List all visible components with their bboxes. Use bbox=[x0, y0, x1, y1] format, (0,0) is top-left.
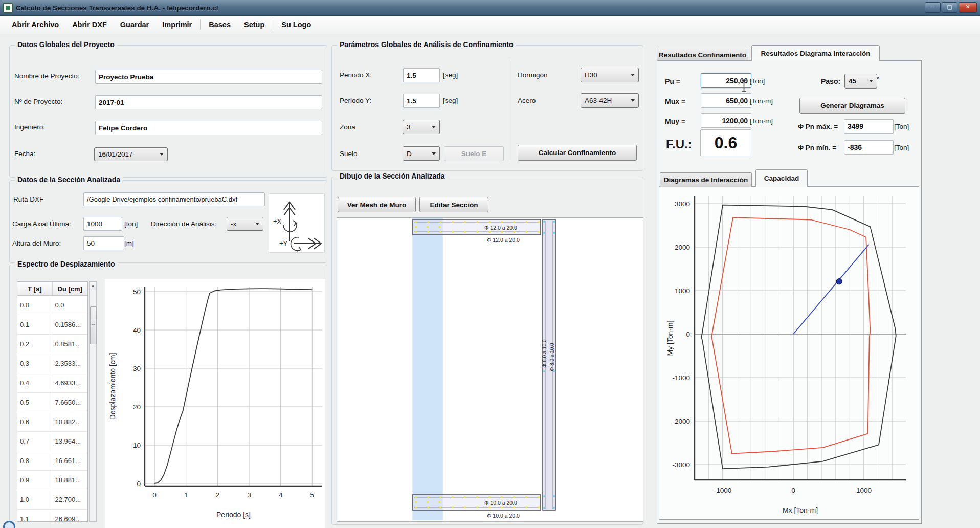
fecha-combobox[interactable]: 16/01/2017 bbox=[94, 147, 168, 161]
menu-abrir-archivo[interactable]: Abrir Archivo bbox=[5, 20, 65, 29]
table-cell: 1.0 bbox=[17, 490, 52, 509]
table-cell: 0.1 bbox=[17, 315, 52, 334]
editar-seccion-button[interactable]: Editar Sección bbox=[419, 197, 488, 212]
table-cell: 4.6933... bbox=[52, 373, 87, 392]
column-header[interactable]: Du [cm] bbox=[53, 282, 88, 295]
table-row[interactable]: 0.816.661... bbox=[17, 451, 87, 471]
direccion-label: Dirección de Análisis: bbox=[151, 220, 216, 228]
scroll-up-icon[interactable]: ▲ bbox=[90, 282, 96, 290]
table-row[interactable]: 1.022.700... bbox=[17, 490, 87, 510]
svg-text:3: 3 bbox=[247, 491, 251, 499]
chevron-down-icon bbox=[255, 223, 259, 225]
table-row[interactable]: 1.126.609... bbox=[17, 510, 87, 528]
ver-mesh-button[interactable]: Ver Mesh de Muro bbox=[338, 197, 416, 212]
rebar-label-top-1: Φ 12.0 a 20.0 bbox=[484, 225, 517, 231]
pn-max-label: Φ Pn máx. = bbox=[798, 123, 838, 130]
ingeniero-input[interactable]: Felipe Cordero bbox=[95, 121, 322, 135]
generar-diagramas-button[interactable]: Generar Diagramas bbox=[799, 98, 905, 114]
title-bar[interactable]: Calculo de Secciones Transversales de H.… bbox=[0, 0, 980, 16]
muy-label: Muy = bbox=[665, 117, 685, 125]
espectro-chart: 01234501020304050Periodo [s]Desplazamien… bbox=[105, 279, 325, 528]
pn-min-input[interactable]: -836 bbox=[844, 140, 894, 155]
altura-unit-label: [m] bbox=[124, 239, 134, 247]
svg-text:-2000: -2000 bbox=[672, 417, 690, 425]
table-row[interactable]: 0.00.0 bbox=[17, 296, 87, 315]
suelo-e-button: Suelo E bbox=[444, 146, 504, 161]
mux-input[interactable]: 650,00 bbox=[701, 93, 751, 108]
calcular-confinamiento-button[interactable]: Calcular Confinamiento bbox=[518, 145, 637, 161]
table-row[interactable]: 0.10.1586... bbox=[17, 315, 87, 335]
menu-setup[interactable]: Setup bbox=[237, 20, 271, 29]
menu-guardar[interactable]: Guardar bbox=[114, 20, 155, 29]
svg-text:1000: 1000 bbox=[675, 287, 690, 295]
svg-text:3000: 3000 bbox=[675, 200, 690, 208]
table-row[interactable]: 0.32.3533... bbox=[17, 354, 87, 373]
tab-capacidad[interactable]: Capacidad bbox=[755, 169, 808, 187]
group-title: Espectro de Desplazamiento bbox=[15, 260, 118, 268]
rebar-label-web-1: Φ 8.0 a 10.0 bbox=[542, 339, 547, 368]
table-cell: 16.661... bbox=[52, 451, 87, 470]
close-icon[interactable]: ✕ bbox=[959, 2, 977, 13]
table-row[interactable]: 0.918.881... bbox=[17, 471, 87, 490]
menu-su-logo[interactable]: Su Logo bbox=[275, 20, 318, 29]
svg-text:50: 50 bbox=[133, 288, 141, 296]
minimize-icon[interactable]: ─ bbox=[925, 2, 941, 13]
numero-input[interactable]: 2017-01 bbox=[95, 95, 322, 109]
mux-label: Mux = bbox=[665, 97, 685, 105]
carga-axial-input[interactable]: 1000 bbox=[83, 217, 122, 231]
zona-combobox[interactable]: 3 bbox=[403, 120, 440, 134]
tab-resultados-confinamiento[interactable]: Resultados Confinamiento bbox=[657, 49, 748, 61]
maximize-icon[interactable]: ▢ bbox=[942, 2, 957, 13]
rebar-label-bottom-1: Φ 10.0 a 20.0 bbox=[484, 500, 517, 506]
table-row[interactable]: 0.713.964... bbox=[17, 432, 87, 451]
hormigon-combobox[interactable]: H30 bbox=[581, 68, 639, 82]
pn-max-input[interactable]: 3499 bbox=[844, 119, 894, 134]
table-row[interactable]: 0.610.882... bbox=[17, 412, 87, 432]
section-drawing-canvas[interactable]: Φ 12.0 a 20.0 Φ 12.0 a 20.0 Φ 8.0 a 10.0… bbox=[337, 217, 643, 522]
table-cell: 0.8 bbox=[17, 451, 52, 470]
suelo-label: Suelo bbox=[340, 150, 358, 158]
muy-input[interactable]: 1200,00 bbox=[701, 113, 751, 128]
periodo-y-input[interactable]: 1.5 bbox=[403, 94, 440, 108]
nombre-input[interactable]: Proyecto Prueba bbox=[95, 70, 322, 84]
carga-axial-label: Carga Axial Última: bbox=[12, 220, 71, 228]
altura-input[interactable]: 50 bbox=[83, 236, 124, 250]
column-header[interactable]: T [s] bbox=[17, 282, 53, 295]
svg-text:Mx [Ton·m]: Mx [Ton·m] bbox=[783, 506, 818, 514]
table-row[interactable]: 0.57.6650... bbox=[17, 393, 87, 412]
acero-combobox[interactable]: A63-42H bbox=[581, 93, 639, 108]
svg-text:-3000: -3000 bbox=[672, 461, 690, 469]
fu-label: F.U.: bbox=[666, 137, 692, 151]
tab-diagramas-interaccion[interactable]: Diagramas de Interacción bbox=[660, 172, 752, 187]
periodo-y-label: Periodo Y: bbox=[340, 97, 371, 104]
acero-label: Acero bbox=[518, 97, 536, 104]
menu-abrir-dxf[interactable]: Abrir DXF bbox=[65, 20, 114, 29]
svg-text:My [Ton·m]: My [Ton·m] bbox=[666, 320, 674, 356]
suelo-combobox[interactable]: D bbox=[403, 146, 440, 161]
menu-imprimir[interactable]: Imprimir bbox=[155, 20, 198, 29]
paso-combobox[interactable]: 45 bbox=[844, 74, 877, 89]
axis-y-label: +Y bbox=[279, 239, 288, 247]
svg-text:30: 30 bbox=[133, 365, 141, 372]
rebar-label-web-2: Φ 8.0 a 10.0 bbox=[549, 343, 555, 371]
scrollbar-thumb[interactable] bbox=[90, 306, 97, 344]
ruta-dxf-input[interactable]: /Google Drive/ejemplos confinamiento/pru… bbox=[83, 192, 265, 206]
table-row[interactable]: 0.44.6933... bbox=[17, 373, 87, 393]
pn-min-unit: [Ton] bbox=[894, 144, 909, 151]
svg-text:0: 0 bbox=[137, 480, 141, 488]
capacidad-chart: -100001000-3000-2000-10000100020003000Mx… bbox=[659, 187, 918, 518]
periodo-x-input[interactable]: 1.5 bbox=[403, 68, 440, 82]
chevron-down-icon bbox=[631, 74, 635, 76]
svg-text:1: 1 bbox=[184, 491, 188, 499]
espectro-table-scrollbar[interactable]: ▲ bbox=[89, 281, 97, 522]
menu-bases[interactable]: Bases bbox=[202, 20, 237, 29]
table-row[interactable]: 0.20.8581... bbox=[17, 335, 87, 354]
espectro-table-body: 0.00.00.10.1586...0.20.8581...0.32.3533.… bbox=[17, 296, 87, 528]
direccion-combobox[interactable]: -x bbox=[227, 217, 263, 231]
paso-label: Paso: bbox=[821, 77, 840, 85]
table-cell: 18.881... bbox=[52, 471, 87, 490]
svg-text:-1000: -1000 bbox=[672, 374, 690, 382]
tab-resultados-diagrama[interactable]: Resultados Diagrama Interacción bbox=[751, 45, 880, 61]
svg-text:0: 0 bbox=[791, 487, 795, 494]
axis-x-label: +X bbox=[273, 217, 282, 225]
